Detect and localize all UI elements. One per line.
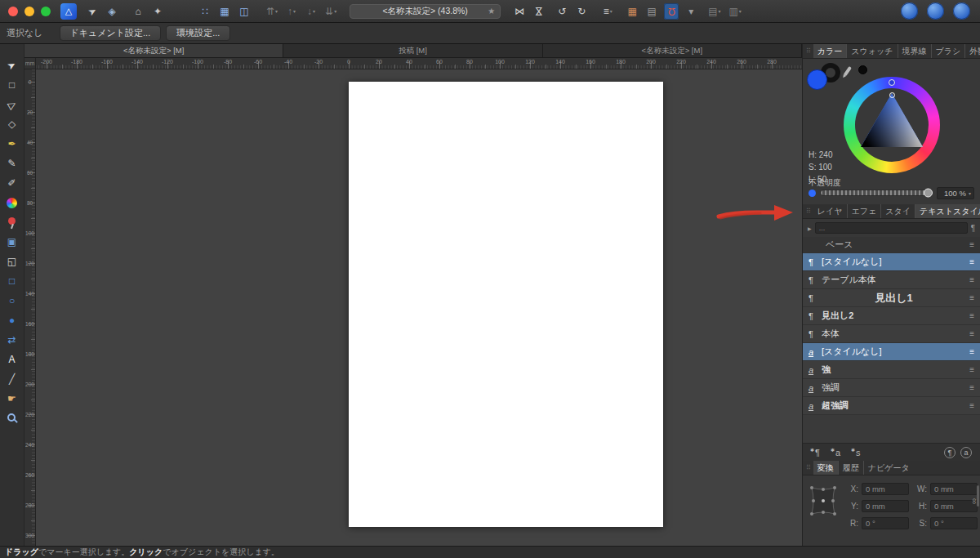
preferences-button[interactable]: 環境設定... [166, 25, 230, 41]
snap-dropdown-icon[interactable]: ▾ [684, 3, 698, 20]
w-field[interactable]: 0 mm [930, 483, 978, 495]
alignment-icon[interactable]: ≡▾ [600, 3, 615, 20]
move-to-front-icon[interactable]: ⇈▾ [265, 3, 279, 20]
node-tool[interactable]: ▷ [0, 95, 24, 114]
grid-icon[interactable]: ▦ [217, 3, 232, 20]
new-character-style-icon[interactable]: a [835, 448, 840, 458]
style-menu-icon[interactable]: ≡ [969, 257, 974, 266]
pen-tool[interactable]: ✒ [0, 134, 24, 154]
style-menu-icon[interactable]: ≡ [969, 240, 974, 249]
hand-tool[interactable]: ☛ [0, 389, 24, 408]
zoom-tool[interactable] [0, 408, 24, 428]
style-row[interactable]: ¶[スタイルなし]≡ [803, 253, 980, 271]
panel-tab[interactable]: スウォッチ [846, 44, 897, 58]
rotate-ccw-icon[interactable]: ↺ [555, 3, 569, 20]
style-menu-icon[interactable]: ≡ [969, 383, 974, 392]
style-menu-icon[interactable]: ≡ [969, 311, 974, 320]
paragraph-mark-icon[interactable]: ¶ [971, 224, 975, 233]
style-row[interactable]: ¶本体≡ [803, 325, 980, 343]
show-paragraph-styles-icon[interactable]: ¶ [944, 447, 956, 458]
pencil-tool[interactable]: ✎ [0, 154, 24, 173]
move-backward-icon[interactable]: ↓▾ [304, 3, 318, 20]
style-menu-icon[interactable]: ≡ [969, 329, 974, 338]
doc-tab[interactable]: 投稿 [M] [283, 44, 542, 57]
style-group-header[interactable]: ベース ≡ [803, 237, 980, 253]
document-settings-button[interactable]: ドキュメント設定... [60, 25, 162, 41]
panel-grip-icon[interactable]: ⠿ [806, 208, 811, 215]
node-editor-icon[interactable]: ◈ [105, 3, 119, 20]
circle-button-2[interactable] [927, 2, 944, 20]
ruler-unit-corner[interactable]: mm [24, 58, 36, 69]
panel-tab[interactable]: レイヤ [813, 204, 847, 218]
minimize-button[interactable] [24, 7, 34, 16]
style-menu-icon[interactable]: ≡ [969, 293, 974, 302]
panel-tab[interactable]: カラー [813, 44, 846, 58]
shape-tool[interactable]: ● [0, 310, 24, 330]
circle-button-1[interactable] [901, 2, 918, 20]
s-field[interactable]: 0 ° [930, 517, 978, 529]
move-tool[interactable]: ➤ [0, 56, 24, 75]
fill-tool[interactable] [0, 193, 24, 212]
vector-brush-tool[interactable]: ✐ [0, 173, 24, 193]
style-row[interactable]: ¶テーブル本体≡ [803, 271, 980, 289]
panel-tab[interactable]: 変換 [813, 461, 838, 475]
panel-tab[interactable]: エフェ [847, 204, 881, 218]
opacity-knob[interactable] [924, 189, 933, 198]
favorite-star-icon[interactable]: ★ [488, 7, 495, 16]
style-row[interactable]: ¶見出し1≡ [803, 289, 980, 307]
show-character-styles-icon[interactable]: a [960, 447, 972, 458]
scrollbar-thumb[interactable] [977, 485, 979, 507]
flip-vertical-icon[interactable]: ⋈ [532, 3, 546, 20]
pin-tool[interactable] [0, 212, 24, 232]
snap-presets-icon[interactable]: ▦ [625, 3, 639, 20]
opacity-slider[interactable] [820, 190, 933, 196]
horizontal-ruler[interactable]: -200-180-160-140-120-100-80-60-40-200204… [36, 58, 802, 69]
panel-grip-icon[interactable]: ⠿ [806, 47, 811, 55]
style-row[interactable]: a超強調≡ [803, 397, 980, 415]
close-button[interactable] [8, 7, 18, 16]
disclosure-icon[interactable]: ▶ [808, 225, 812, 231]
style-menu-icon[interactable]: ≡ [969, 365, 974, 374]
fill-swatch[interactable] [807, 69, 827, 90]
crop-tool[interactable]: ◱ [0, 252, 24, 271]
panel-grip-icon[interactable]: ⠿ [806, 464, 811, 471]
opacity-dropdown-icon[interactable]: ▾ [969, 190, 971, 196]
style-row[interactable]: a[スタイルなし]≡ [803, 343, 980, 361]
style-menu-icon[interactable]: ≡ [969, 347, 974, 356]
panel-tab[interactable]: テキストスタイル [915, 204, 980, 218]
style-row[interactable]: a強調≡ [803, 379, 980, 397]
move-to-back-icon[interactable]: ⇊▾ [323, 3, 338, 20]
style-row[interactable]: a強≡ [803, 361, 980, 379]
panel-tab[interactable]: 境界線 [898, 44, 931, 58]
photo-persona-icon[interactable]: ✦ [150, 3, 165, 20]
designer-persona-icon[interactable]: ⌂ [131, 3, 145, 20]
new-paragraph-style-icon[interactable]: ¶ [815, 448, 820, 458]
snap-options-icon[interactable]: ▤ [644, 3, 659, 20]
vertical-ruler[interactable]: 0204060801001201401601802002202402602803… [24, 69, 36, 546]
document-title-dropdown[interactable]: <名称未設定> (43.8%) ★ [350, 4, 501, 19]
document-page[interactable] [349, 82, 663, 527]
x-field[interactable]: 0 mm [862, 483, 909, 495]
y-field[interactable]: 0 mm [862, 500, 909, 512]
new-group-style-icon[interactable]: s [856, 448, 861, 458]
text-tool[interactable]: A [0, 350, 24, 369]
panel-tab[interactable]: ブラシ [931, 44, 965, 58]
assets-icon[interactable]: ▤▾ [706, 3, 722, 20]
color-wheel[interactable] [844, 77, 940, 173]
panel-tab[interactable]: ナビゲータ [863, 461, 914, 475]
stock-icon[interactable]: ▥▾ [728, 3, 743, 20]
hue-marker[interactable] [889, 79, 895, 86]
frame-tool[interactable]: □ [0, 75, 24, 95]
canvas-viewport[interactable] [36, 69, 802, 546]
sl-triangle[interactable] [856, 89, 928, 161]
style-row[interactable]: ¶見出し2≡ [803, 307, 980, 325]
column-guides-icon[interactable]: ◫ [237, 3, 252, 20]
rectangle-tool[interactable]: □ [0, 271, 24, 291]
style-menu-icon[interactable]: ≡ [969, 401, 974, 410]
move-forward-icon[interactable]: ↑▾ [284, 3, 299, 20]
doc-tab[interactable]: <名称未設定> [M] [24, 44, 283, 57]
cursor-icon[interactable]: ➤ [85, 3, 100, 20]
ellipse-tool[interactable]: ○ [0, 291, 24, 310]
opacity-value-field[interactable]: 100 % ▾ [937, 187, 974, 199]
circle-button-3[interactable] [953, 2, 970, 20]
